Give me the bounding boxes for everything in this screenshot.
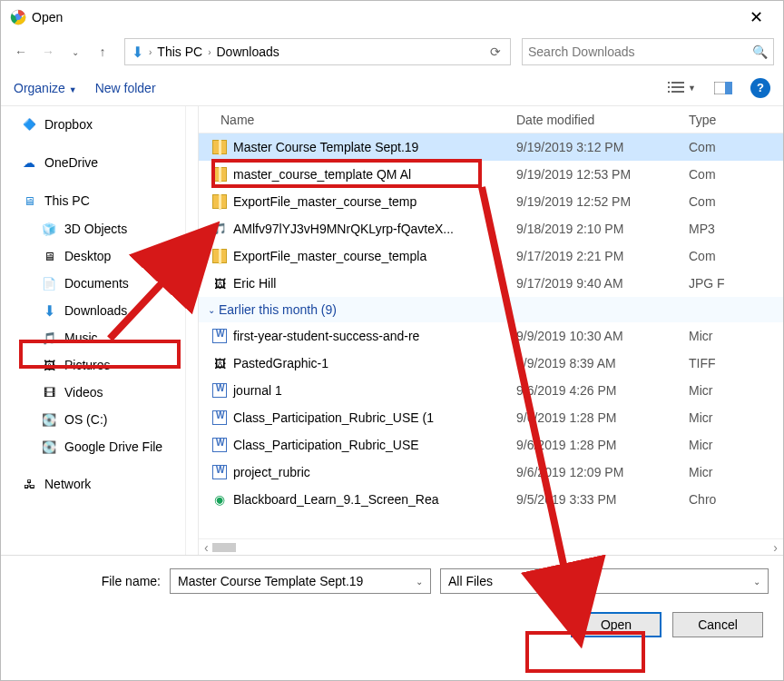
nav-recent-dropdown[interactable]: ⌄	[64, 41, 86, 63]
sidebar-item-videos[interactable]: Videos	[1, 379, 198, 406]
file-date: 9/19/2019 12:52 PM	[516, 194, 689, 209]
help-button[interactable]: ?	[750, 78, 770, 98]
chevron-right-icon: ›	[149, 47, 152, 57]
column-date[interactable]: Date modified	[516, 113, 689, 127]
network-icon	[21, 476, 37, 492]
nav-up[interactable]: ↑	[92, 41, 113, 63]
svg-rect-9	[725, 82, 732, 94]
nav-back[interactable]: ←	[10, 41, 32, 63]
file-date: 9/17/2019 9:40 AM	[516, 276, 689, 291]
preview-pane-button[interactable]	[714, 82, 732, 94]
sidebar-item-gdrive[interactable]: Google Drive File	[1, 433, 198, 460]
table-row[interactable]: Class_Participation_Rubric_USE (19/6/201…	[199, 404, 783, 431]
file-name: PastedGraphic-1	[233, 356, 328, 370]
sidebar-item-osc[interactable]: OS (C:)	[1, 406, 198, 433]
new-folder-button[interactable]: New folder	[95, 81, 156, 95]
image-icon	[211, 355, 228, 371]
file-name: AMlfv97lYJ3vH9MNrQKLyrp-fQavteX...	[233, 222, 454, 236]
column-headers[interactable]: Name Date modified Type	[199, 106, 783, 133]
main-area: Dropbox OneDrive This PC 3D Objects Desk…	[1, 106, 783, 556]
sidebar-item-3dobjects[interactable]: 3D Objects	[1, 215, 198, 242]
file-date: 9/6/2019 4:26 PM	[516, 383, 689, 398]
file-name: project_rubric	[233, 465, 310, 479]
table-row[interactable]: master_course_template QM Al9/19/2019 12…	[199, 161, 783, 188]
file-date: 9/5/2019 3:33 PM	[516, 492, 689, 507]
file-type: MP3	[689, 222, 783, 236]
horizontal-scrollbar[interactable]: ‹›	[199, 538, 783, 555]
file-name: Class_Participation_Rubric_USE	[233, 438, 419, 452]
sidebar-item-downloads[interactable]: ⬇Downloads	[1, 297, 198, 324]
table-row[interactable]: ExportFile_master_course_temp9/19/2019 1…	[199, 188, 783, 215]
column-type[interactable]: Type	[689, 113, 783, 127]
open-dialog: Open ✕ ← → ⌄ ↑ ⬇ › This PC › Downloads ⟳…	[0, 0, 784, 681]
open-button[interactable]: Open	[571, 612, 662, 637]
file-name: first-year-student-success-and-re	[233, 329, 419, 343]
breadcrumb[interactable]: ⬇ › This PC › Downloads ⟳	[124, 38, 511, 65]
file-name: Eric Hill	[233, 276, 276, 291]
music-icon	[41, 330, 57, 346]
table-row[interactable]: Eric Hill9/17/2019 9:40 AMJPG F	[199, 270, 783, 297]
nav-row: ← → ⌄ ↑ ⬇ › This PC › Downloads ⟳ Search…	[1, 34, 783, 70]
sidebar-item-thispc[interactable]: This PC	[1, 186, 198, 215]
chevron-down-icon: ⌄	[416, 577, 423, 587]
file-type: Com	[689, 194, 783, 209]
file-type: JPG F	[689, 276, 783, 291]
zip-icon	[211, 139, 228, 155]
table-row[interactable]: AMlfv97lYJ3vH9MNrQKLyrp-fQavteX...9/18/2…	[199, 215, 783, 242]
sidebar-item-desktop[interactable]: Desktop	[1, 242, 198, 270]
organize-menu[interactable]: Organize ▼	[14, 81, 77, 95]
svg-rect-4	[668, 86, 670, 88]
file-date: 9/6/2019 1:28 PM	[516, 438, 689, 452]
table-row[interactable]: Class_Participation_Rubric_USE9/6/2019 1…	[199, 431, 783, 459]
word-doc-icon	[211, 464, 228, 480]
search-placeholder: Search Downloads	[528, 44, 635, 59]
svg-rect-5	[671, 86, 684, 88]
file-name: ExportFile_master_course_temp	[233, 194, 416, 209]
file-type: Com	[689, 140, 783, 154]
sidebar-item-pictures[interactable]: Pictures	[1, 351, 198, 379]
file-type: Com	[689, 249, 783, 263]
word-doc-icon	[211, 382, 228, 399]
column-name[interactable]: Name	[199, 113, 516, 127]
file-type: Com	[689, 167, 783, 182]
table-row[interactable]: ExportFile_master_course_templa9/17/2019…	[199, 242, 783, 270]
close-button[interactable]: ✕	[738, 7, 774, 27]
dropbox-icon	[21, 116, 37, 133]
chrome-icon	[10, 9, 26, 25]
search-input[interactable]: Search Downloads 🔍	[522, 38, 774, 65]
videos-icon	[41, 384, 57, 400]
table-row[interactable]: journal 19/6/2019 4:26 PMMicr	[199, 377, 783, 404]
file-type: Micr	[689, 410, 783, 425]
sidebar-item-documents[interactable]: Documents	[1, 270, 198, 297]
sidebar-scrollbar[interactable]	[185, 106, 198, 555]
filename-combo[interactable]: Master Course Template Sept.19 ⌄	[170, 568, 431, 594]
breadcrumb-root[interactable]: This PC	[155, 44, 204, 59]
view-options-button[interactable]: ▼	[668, 82, 696, 94]
file-name: Blackboard_Learn_9.1_Screen_Rea	[233, 492, 439, 507]
sidebar-item-dropbox[interactable]: Dropbox	[1, 110, 198, 139]
file-type: Micr	[689, 329, 783, 343]
file-name: ExportFile_master_course_templa	[233, 249, 426, 263]
table-row[interactable]: PastedGraphic-19/9/2019 8:39 AMTIFF	[199, 350, 783, 377]
bottom-panel: File name: Master Course Template Sept.1…	[1, 556, 783, 645]
file-filter-combo[interactable]: All Files ⌄	[440, 568, 769, 594]
onedrive-icon	[21, 154, 37, 171]
table-row[interactable]: project_rubric9/6/2019 12:09 PMMicr	[199, 459, 783, 486]
word-doc-icon	[211, 328, 228, 344]
sidebar-item-music[interactable]: Music	[1, 324, 198, 351]
breadcrumb-current[interactable]: Downloads	[214, 44, 280, 59]
refresh-button[interactable]: ⟳	[485, 44, 506, 59]
table-row[interactable]: first-year-student-success-and-re9/9/201…	[199, 322, 783, 350]
table-row[interactable]: Master Course Template Sept.199/19/2019 …	[199, 133, 783, 161]
sidebar-item-network[interactable]: Network	[1, 469, 198, 498]
file-name: Class_Participation_Rubric_USE (1	[233, 410, 434, 425]
group-header[interactable]: ⌄ Earlier this month (9)	[199, 297, 783, 322]
file-type: Micr	[689, 465, 783, 479]
nav-forward[interactable]: →	[37, 41, 59, 63]
sidebar-item-onedrive[interactable]: OneDrive	[1, 148, 198, 177]
chrome-icon	[211, 491, 228, 508]
svg-rect-7	[671, 91, 684, 93]
cancel-button[interactable]: Cancel	[672, 612, 763, 637]
table-row[interactable]: Blackboard_Learn_9.1_Screen_Rea9/5/2019 …	[199, 486, 783, 513]
file-type: Micr	[689, 383, 783, 398]
